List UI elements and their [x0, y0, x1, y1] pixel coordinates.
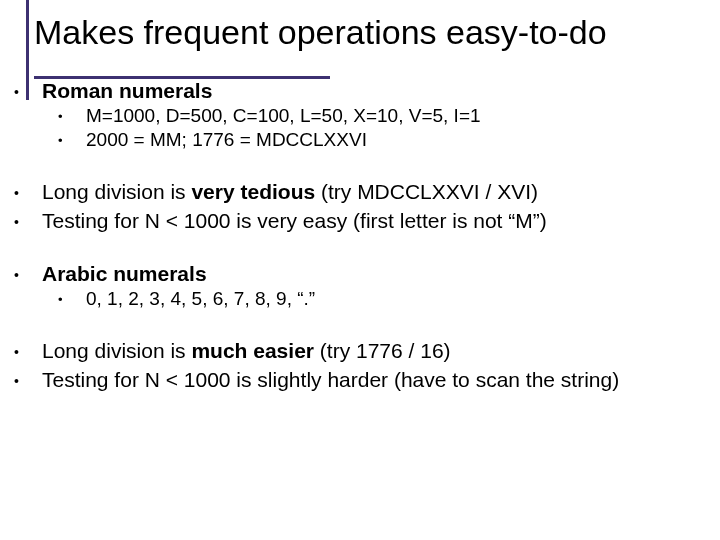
bullet-roman-examples: •2000 = MM; 1776 = MDCCLXXVI — [72, 129, 696, 152]
slide-title: Makes frequent operations easy-to-do — [34, 14, 700, 57]
slide: Makes frequent operations easy-to-do •Ro… — [0, 0, 720, 540]
bullet-dot-icon: • — [28, 267, 42, 284]
bullet-arabic-heading: •Arabic numerals — [28, 261, 696, 286]
bullet-dot-icon: • — [72, 292, 86, 308]
bullet-dot-icon: • — [28, 84, 42, 101]
bullet-dot-icon: • — [28, 344, 42, 361]
bullet-arabic-digits: •0, 1, 2, 3, 4, 5, 6, 7, 8, 9, “.” — [72, 288, 696, 311]
bullet-dot-icon: • — [72, 109, 86, 125]
bullet-dot-icon: • — [72, 133, 86, 149]
bullet-dot-icon: • — [28, 214, 42, 231]
bullet-test-roman: •Testing for N < 1000 is very easy (firs… — [28, 208, 696, 233]
body-content: •Roman numerals •M=1000, D=500, C=100, L… — [28, 74, 696, 395]
bullet-dot-icon: • — [28, 185, 42, 202]
bullet-roman-values: •M=1000, D=500, C=100, L=50, X=10, V=5, … — [72, 105, 696, 128]
title-block: Makes frequent operations easy-to-do — [34, 14, 700, 57]
bullet-test-arabic: •Testing for N < 1000 is slightly harder… — [28, 367, 696, 392]
bullet-longdiv-roman: •Long division is very tedious (try MDCC… — [28, 179, 696, 204]
bullet-longdiv-arabic: •Long division is much easier (try 1776 … — [28, 338, 696, 363]
bullet-dot-icon: • — [28, 373, 42, 390]
bullet-roman-heading: •Roman numerals — [28, 78, 696, 103]
